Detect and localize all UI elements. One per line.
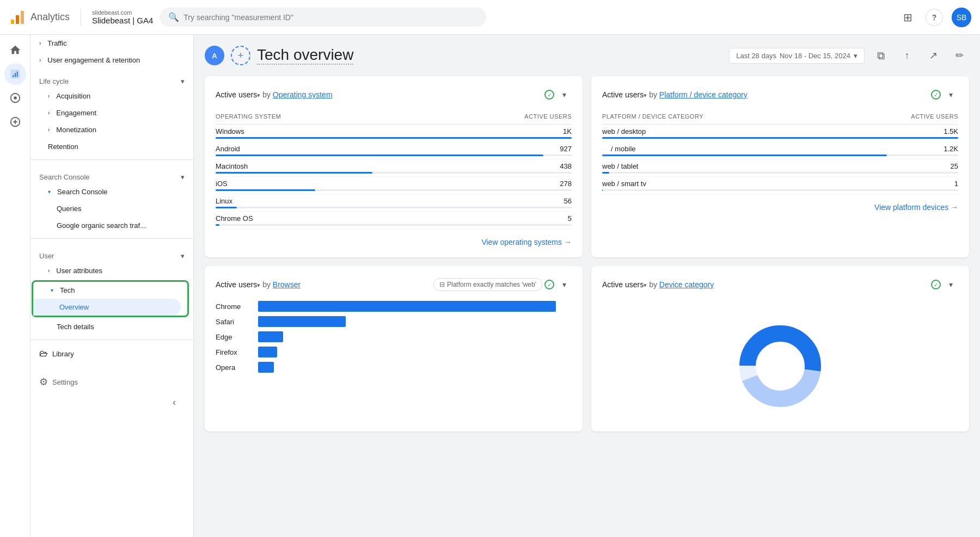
edit-icon: ✏: [955, 50, 964, 61]
platform-rows: web / desktop 1.5K / mobile 1.2K web / t…: [602, 125, 958, 194]
view-platform-label: View platform devices: [874, 203, 948, 212]
sidebar-item-tech-label: Tech: [60, 286, 75, 294]
os-data-row: iOS 278: [216, 177, 572, 194]
sidebar-item-queries[interactable]: Queries: [30, 200, 187, 217]
os-rows: Windows 1K Android 927 Macintosh 438 iOS…: [216, 125, 572, 229]
sidebar-icon-home[interactable]: [4, 39, 26, 61]
sidebar-item-traffic[interactable]: › Traffic: [30, 35, 187, 52]
os-toggle-icon[interactable]: ▾: [257, 92, 260, 98]
os-dim-link[interactable]: Operating system: [273, 90, 333, 99]
device-toggle[interactable]: ▾: [644, 282, 647, 288]
filter-icon: ⊟: [439, 281, 445, 288]
nav-sidebar: › Traffic › User engagement & retention …: [30, 35, 194, 537]
sidebar-icon-reports[interactable]: [4, 63, 26, 85]
platform-dim-link[interactable]: Platform / device category: [659, 90, 748, 99]
sidebar-item-tech-details[interactable]: Tech details: [30, 318, 187, 335]
view-platform-link[interactable]: View platform devices →: [602, 203, 958, 212]
nav-divider-3: [30, 340, 193, 340]
help-icon-btn[interactable]: ?: [926, 9, 943, 26]
sidebar-icon-advertising[interactable]: [4, 111, 26, 133]
date-range-btn[interactable]: Last 28 days Nov 18 - Dec 15, 2024 ▾: [729, 48, 865, 64]
lifecycle-collapse[interactable]: ▾: [181, 77, 185, 85]
sc-chevron: ▾: [48, 189, 51, 195]
svg-rect-2: [21, 11, 24, 24]
sidebar-item-user-engagement[interactable]: › User engagement & retention: [30, 52, 187, 69]
platform-col-metric: ACTIVE USERS: [911, 113, 958, 120]
edit-btn[interactable]: ✏: [950, 46, 969, 65]
svg-rect-7: [15, 73, 16, 77]
share-icon: ↑: [905, 50, 910, 61]
card-device-header: Active users▾ by Device category ✓ ▾: [602, 277, 958, 292]
svg-rect-6: [13, 75, 14, 77]
sidebar-item-monetization[interactable]: › Monetization: [30, 121, 187, 138]
search-bar[interactable]: 🔍: [160, 8, 486, 27]
app-container: › Traffic › User engagement & retention …: [0, 35, 980, 537]
grid-icon-btn[interactable]: ⊞: [897, 8, 917, 27]
search-console-collapse[interactable]: ▾: [181, 173, 185, 181]
account-info: slidebeast.com Slidebeast | GA4: [92, 9, 153, 25]
os-data-row: Windows 1K: [216, 125, 572, 142]
trending-btn[interactable]: ↗: [923, 46, 943, 65]
platform-more-btn[interactable]: ▾: [943, 87, 958, 102]
compare-btn[interactable]: ⧉: [871, 46, 891, 65]
sidebar-item-retention[interactable]: Retention: [30, 138, 187, 155]
sidebar-item-search-console[interactable]: ▾ Search Console: [30, 183, 187, 200]
advertising-icon: [9, 116, 21, 128]
settings-item[interactable]: ⚙ Settings: [39, 372, 185, 392]
browser-data-row: Firefox: [216, 347, 572, 357]
platform-data-row: web / desktop 1.5K: [602, 125, 958, 142]
browser-toggle[interactable]: ▾: [257, 282, 260, 288]
avatar-image: SB: [952, 8, 971, 27]
analytics-logo-icon: [9, 9, 26, 26]
sidebar-item-engagement-label: Engagement: [56, 109, 96, 117]
search-input[interactable]: [183, 13, 477, 22]
platform-metric: Active users: [602, 90, 644, 99]
browser-more-btn[interactable]: ▾: [556, 277, 572, 292]
trend-icon: ↗: [929, 50, 938, 61]
browser-data-row: Opera: [216, 362, 572, 373]
device-dim-link[interactable]: Device category: [659, 280, 714, 289]
platform-toggle[interactable]: ▾: [644, 92, 647, 98]
content-header: A + Tech overview Last 28 days Nov 18 - …: [205, 46, 969, 65]
sidebar-item-overview[interactable]: Overview: [33, 299, 181, 316]
sidebar-item-google-organic[interactable]: Google organic search traf...: [30, 217, 187, 234]
collapse-btn[interactable]: ‹: [39, 392, 185, 412]
view-os-link[interactable]: View operating systems →: [216, 238, 572, 246]
sidebar-item-engagement[interactable]: › Engagement: [30, 104, 187, 121]
folder-icon: 🗁: [39, 349, 48, 359]
os-check-circle: ✓: [544, 90, 554, 100]
add-to-report-btn[interactable]: +: [231, 46, 250, 65]
browser-chart: Chrome Safari Edge Firefox Opera: [216, 301, 572, 373]
sidebar-item-library[interactable]: 🗁 Library: [30, 344, 193, 363]
reports-icon: [9, 68, 21, 80]
os-data-row: Linux 56: [216, 194, 572, 212]
sidebar-item-tech[interactable]: ▾ Tech: [33, 282, 181, 299]
browser-card-controls: ⊟ Platform exactly matches 'web' ✓ ▾: [433, 277, 572, 292]
device-more-btn[interactable]: ▾: [943, 277, 958, 292]
date-range-chevron: ▾: [854, 52, 857, 60]
header-right: Last 28 days Nov 18 - Dec 15, 2024 ▾ ⧉ ↑…: [729, 46, 969, 65]
os-more-btn[interactable]: ▾: [556, 87, 572, 102]
sidebar-item-acquisition[interactable]: › Acquisition: [30, 88, 187, 104]
engagement-chevron: ›: [48, 110, 50, 116]
os-data-row: Macintosh 438: [216, 159, 572, 177]
donut-container: [602, 301, 958, 421]
sidebar-item-sc-label: Search Console: [57, 188, 108, 196]
browser-data-row: Edge: [216, 331, 572, 342]
donut-chart-svg: [726, 312, 835, 410]
platform-by: by: [649, 90, 659, 99]
home-icon: [9, 44, 21, 56]
sidebar-icon-explore[interactable]: [4, 87, 26, 109]
sidebar-item-user-attributes[interactable]: › User attributes: [30, 262, 187, 279]
share-btn[interactable]: ↑: [897, 46, 917, 65]
browser-data-row: Safari: [216, 316, 572, 327]
browser-dim-link[interactable]: Browser: [273, 280, 301, 289]
browser-filter-chip[interactable]: ⊟ Platform exactly matches 'web': [433, 278, 542, 291]
svg-text:SB: SB: [957, 13, 967, 22]
user-section-collapse[interactable]: ▾: [181, 252, 185, 260]
user-avatar[interactable]: SB: [952, 8, 971, 27]
sidebar-item-library-label: Library: [52, 350, 74, 358]
browser-data-row: Chrome: [216, 301, 572, 312]
card-device: Active users▾ by Device category ✓ ▾: [591, 266, 969, 431]
content-header-left: A + Tech overview: [205, 46, 353, 65]
